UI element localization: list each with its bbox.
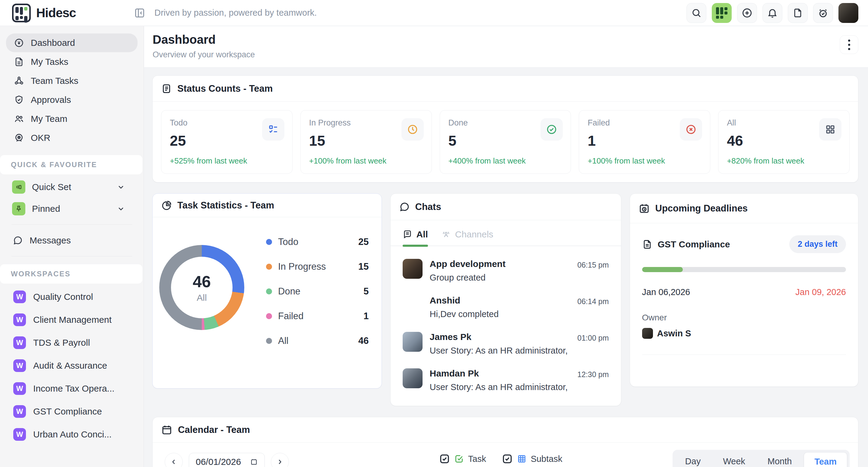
chat-item[interactable]: James Pk User Story: As an HR administra…	[403, 332, 609, 356]
owner-name: Aswin S	[657, 329, 691, 339]
checkbox-checked-icon	[439, 454, 450, 464]
search-icon	[691, 8, 702, 18]
panel-title: Status Counts - Team	[177, 83, 273, 94]
clock-icon	[401, 118, 424, 141]
file-text-icon	[642, 239, 652, 249]
reminders-button[interactable]	[813, 3, 833, 23]
subtask-toggle[interactable]: Subtask	[502, 454, 562, 464]
task-statistics-panel: Task Statistics - Team 46 All Todo 25	[152, 193, 382, 388]
shield-check-icon	[14, 95, 24, 105]
chevron-down-icon[interactable]	[116, 183, 125, 192]
divider	[11, 224, 132, 225]
search-button[interactable]	[686, 3, 706, 23]
stat-card-all: All 46 +820% from last week	[718, 110, 849, 174]
date-input[interactable]: 06/01/2026	[189, 453, 265, 467]
group-icon	[441, 229, 451, 239]
owner-label: Owner	[642, 313, 846, 322]
workspace-item-urban-auto[interactable]: W Urban Auto Conci...	[0, 423, 144, 446]
tab-channels[interactable]: Channels	[441, 229, 493, 246]
target-icon	[14, 133, 24, 143]
calendar-icon	[161, 424, 173, 436]
legend-item: Done 5	[266, 286, 369, 297]
legend-item: Failed 1	[266, 311, 369, 321]
page-menu-button[interactable]	[840, 35, 858, 54]
workspace-item-income-tax[interactable]: W Income Tax Opera...	[0, 377, 144, 400]
chart-legend: Todo 25 In Progress 15 Done 5	[266, 237, 369, 346]
sidebar-collapse-icon[interactable]	[133, 6, 147, 20]
view-month[interactable]: Month	[757, 452, 802, 467]
notifications-button[interactable]	[763, 3, 782, 23]
divider	[642, 354, 846, 355]
subtask-grid-icon	[517, 454, 527, 464]
progress-bar	[642, 267, 846, 272]
calendar-panel: Calendar - Team 06/01/2026	[152, 417, 858, 467]
page-subtitle: Overview of your workspace	[153, 50, 255, 59]
workspace-badge: W	[13, 359, 26, 372]
view-day[interactable]: Day	[675, 452, 711, 467]
file-lines-icon	[14, 57, 24, 67]
sidebar-item-messages[interactable]: Messages	[0, 229, 144, 251]
workspace-item-audit-assurance[interactable]: W Audit & Assurance	[0, 354, 144, 377]
add-button[interactable]	[737, 3, 757, 23]
apps-grid-icon	[716, 7, 727, 19]
view-switcher: Day Week Month Team	[673, 450, 849, 467]
workspace-badge: W	[13, 313, 26, 326]
panel-title: Task Statistics - Team	[177, 200, 274, 211]
prev-date-button[interactable]	[165, 453, 183, 467]
sidebar-item-label: My Tasks	[31, 57, 68, 67]
network-icon	[14, 76, 24, 86]
legend-dot	[266, 313, 272, 319]
sidebar-item-approvals[interactable]: Approvals	[6, 91, 137, 109]
sidebar-item-team-tasks[interactable]: Team Tasks	[6, 71, 137, 90]
legend-item: All 46	[266, 336, 369, 346]
tab-all[interactable]: All	[403, 229, 428, 246]
workspace-badge: W	[13, 405, 26, 418]
chats-icon	[399, 201, 410, 212]
stat-card-failed: Failed 1 +100% from last week	[579, 110, 710, 174]
days-left-badge: 2 days left	[789, 235, 846, 253]
start-date: Jan 06,2026	[642, 287, 690, 297]
deadline-task-name: GST Compliance	[658, 239, 730, 249]
chat-item[interactable]: App development Group created 06:15 pm	[403, 259, 609, 283]
documents-button[interactable]	[788, 3, 808, 23]
panel-title: Upcoming Deadlines	[655, 203, 748, 214]
legend-dot	[266, 264, 272, 270]
sidebar-item-okr[interactable]: OKR	[6, 128, 137, 147]
workspace-item-gst-compliance[interactable]: W GST Compliance	[0, 400, 144, 423]
chat-item[interactable]: Hamdan Pk User Story: As an HR administr…	[403, 368, 609, 392]
panel-title: Calendar - Team	[178, 425, 250, 435]
avatar	[642, 328, 653, 339]
user-avatar[interactable]	[838, 3, 858, 23]
sidebar: Dashboard My Tasks Team Tasks Approvals	[0, 26, 144, 467]
sidebar-item-my-tasks[interactable]: My Tasks	[6, 53, 137, 71]
chevron-down-icon[interactable]	[116, 204, 125, 213]
apps-grid-button[interactable]	[712, 3, 732, 23]
view-week[interactable]: Week	[713, 452, 755, 467]
chat-item[interactable]: Anshid Hi,Dev completed 06:14 pm	[403, 295, 609, 319]
donut-chart: 46 All	[159, 245, 244, 330]
stat-card-in-progress: In Progress 15 +100% from last week	[300, 110, 432, 174]
sidebar-item-label: OKR	[31, 133, 50, 143]
workspace-item-tds-payroll[interactable]: W TDS & Payroll	[0, 331, 144, 354]
next-date-button[interactable]	[271, 453, 289, 467]
legend-dot	[266, 239, 272, 245]
tagline: Driven by passion, powered by teamwork.	[154, 8, 317, 18]
plus-circle-icon	[742, 7, 752, 19]
panel-title: Chats	[415, 201, 441, 212]
sidebar-item-pinned[interactable]: Pinned	[0, 198, 144, 220]
workspace-badge: W	[13, 336, 26, 349]
legend-dot	[266, 288, 272, 294]
check-circle-icon	[540, 118, 563, 141]
sidebar-item-dashboard[interactable]: Dashboard	[6, 33, 137, 52]
sidebar-item-my-team[interactable]: My Team	[6, 110, 137, 128]
grid-icon	[819, 118, 841, 141]
sidebar-item-quick-set[interactable]: Quick Set	[0, 176, 144, 198]
view-team[interactable]: Team	[804, 452, 847, 467]
sidebar-item-label: My Team	[31, 114, 67, 124]
avatar	[403, 368, 423, 388]
task-toggle[interactable]: Task	[439, 454, 486, 464]
workspace-item-quality-control[interactable]: W Quality Control	[0, 285, 144, 308]
checkbox-checked-icon	[502, 454, 513, 464]
workspace-item-client-management[interactable]: W Client Management	[0, 308, 144, 331]
gauge-icon	[14, 38, 24, 48]
